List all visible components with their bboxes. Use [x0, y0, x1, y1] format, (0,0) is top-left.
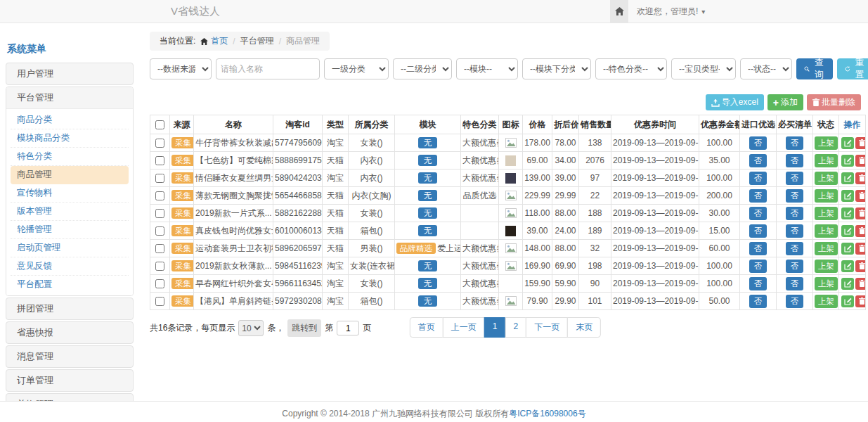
filter-module-select[interactable]: --模块-- — [456, 58, 518, 79]
import-select-toggle[interactable]: 否 — [749, 277, 767, 290]
sidebar-item[interactable]: 特色分类 — [11, 148, 129, 166]
filter-module-sub-select[interactable]: --模块下分类-- — [522, 58, 591, 79]
must-buy-toggle[interactable]: 否 — [786, 136, 804, 150]
row-checkbox[interactable] — [155, 226, 164, 236]
sidebar-item[interactable]: 启动页管理 — [11, 239, 129, 257]
delete-button[interactable] — [855, 172, 866, 184]
edit-button[interactable] — [841, 243, 854, 255]
delete-button[interactable] — [855, 295, 866, 307]
must-buy-toggle[interactable]: 否 — [786, 260, 804, 273]
filter-data-source-select[interactable]: --数据来源-- — [150, 58, 212, 79]
edit-button[interactable] — [841, 155, 854, 167]
page-button[interactable]: 下一页 — [526, 317, 568, 338]
breadcrumb-section[interactable]: 平台管理 — [240, 35, 274, 47]
import-select-toggle[interactable]: 否 — [749, 295, 767, 308]
filter-category-l2-select[interactable]: --二级分类-- — [393, 58, 452, 79]
row-checkbox[interactable] — [155, 139, 164, 148]
must-buy-toggle[interactable]: 否 — [786, 154, 804, 167]
must-buy-toggle[interactable]: 否 — [786, 277, 804, 290]
status-button[interactable]: 上架 — [815, 189, 838, 203]
row-checkbox[interactable] — [155, 244, 164, 253]
sidebar-panel[interactable]: 平台管理 — [6, 87, 133, 109]
import-select-toggle[interactable]: 否 — [749, 260, 767, 273]
row-checkbox[interactable] — [155, 191, 164, 200]
status-button[interactable]: 上架 — [815, 154, 838, 167]
row-checkbox[interactable] — [155, 209, 164, 218]
jump-page-input[interactable] — [337, 321, 359, 335]
breadcrumb-home-link[interactable]: 首页 — [200, 35, 228, 47]
filter-category-l1-select[interactable]: 一级分类 — [324, 58, 389, 79]
import-select-toggle[interactable]: 否 — [749, 154, 767, 167]
edit-button[interactable] — [841, 278, 854, 290]
sidebar-item[interactable]: 版本管理 — [11, 203, 129, 221]
sidebar-panel[interactable]: 省惠快报 — [6, 322, 133, 343]
import-select-toggle[interactable]: 否 — [749, 224, 767, 238]
page-button[interactable]: 2 — [505, 317, 527, 338]
edit-button[interactable] — [841, 190, 854, 202]
row-checkbox[interactable] — [155, 297, 164, 306]
edit-button[interactable] — [841, 137, 854, 149]
sidebar-panel[interactable]: 消息管理 — [6, 346, 133, 367]
filter-item-type-select[interactable]: --宝贝类型-- — [671, 58, 736, 79]
must-buy-toggle[interactable]: 否 — [786, 242, 804, 255]
select-all-checkbox[interactable] — [155, 120, 164, 129]
delete-button[interactable] — [855, 155, 866, 167]
edit-button[interactable] — [841, 295, 854, 307]
status-button[interactable]: 上架 — [815, 295, 838, 308]
status-button[interactable]: 上架 — [815, 136, 838, 150]
row-checkbox[interactable] — [155, 262, 164, 271]
import-select-toggle[interactable]: 否 — [749, 189, 767, 203]
import-select-toggle[interactable]: 否 — [749, 172, 767, 185]
import-excel-button[interactable]: 导入excel — [706, 94, 764, 110]
status-button[interactable]: 上架 — [815, 260, 838, 273]
per-page-select[interactable]: 10 — [238, 320, 264, 336]
status-button[interactable]: 上架 — [815, 172, 838, 185]
status-button[interactable]: 上架 — [815, 277, 838, 290]
edit-button[interactable] — [841, 225, 854, 237]
delete-button[interactable] — [855, 207, 866, 219]
jump-button[interactable]: 跳转到 — [287, 319, 321, 337]
row-checkbox[interactable] — [155, 156, 164, 165]
filter-status-select[interactable]: --状态-- — [740, 58, 792, 79]
filter-name-input[interactable] — [216, 58, 320, 79]
add-button[interactable]: + 添加 — [767, 94, 803, 110]
sidebar-panel[interactable]: 拼团管理 — [6, 298, 133, 319]
delete-button[interactable] — [855, 137, 866, 149]
sidebar-panel[interactable]: 用户管理 — [6, 63, 133, 84]
sidebar-item[interactable]: 商品管理 — [11, 166, 129, 184]
edit-button[interactable] — [841, 260, 854, 272]
icp-link[interactable]: 粤ICP备16098006号 — [509, 409, 585, 418]
sidebar-item[interactable]: 意见反馈 — [11, 257, 129, 276]
home-button[interactable] — [610, 0, 628, 23]
delete-button[interactable] — [855, 225, 866, 237]
sidebar-panel[interactable]: 订单管理 — [6, 370, 133, 391]
row-checkbox[interactable] — [155, 174, 164, 183]
status-button[interactable]: 上架 — [815, 207, 838, 220]
edit-button[interactable] — [841, 207, 854, 219]
page-button[interactable]: 末页 — [567, 317, 601, 338]
import-select-toggle[interactable]: 否 — [749, 242, 767, 255]
delete-button[interactable] — [855, 278, 866, 290]
sidebar-item[interactable]: 商品分类 — [11, 111, 129, 129]
page-button[interactable]: 上一页 — [443, 317, 485, 338]
filter-feature-select[interactable]: --特色分类-- — [595, 58, 667, 79]
must-buy-toggle[interactable]: 否 — [786, 295, 804, 308]
delete-button[interactable] — [855, 190, 866, 202]
import-select-toggle[interactable]: 否 — [749, 136, 767, 150]
edit-button[interactable] — [841, 172, 854, 184]
search-button[interactable]: 查询 — [796, 58, 833, 79]
delete-button[interactable] — [855, 260, 866, 272]
page-button[interactable]: 1 — [484, 317, 506, 338]
sidebar-item[interactable]: 宣传物料 — [11, 184, 129, 203]
import-select-toggle[interactable]: 否 — [749, 207, 767, 220]
sidebar-item[interactable]: 模块商品分类 — [11, 129, 129, 148]
must-buy-toggle[interactable]: 否 — [786, 189, 804, 203]
sidebar-item[interactable]: 平台配置 — [11, 276, 129, 293]
must-buy-toggle[interactable]: 否 — [786, 224, 804, 238]
user-menu[interactable]: 欢迎您，管理员! ▾ — [637, 0, 705, 23]
delete-button[interactable] — [855, 243, 866, 255]
row-checkbox[interactable] — [155, 279, 164, 288]
status-button[interactable]: 上架 — [815, 224, 838, 238]
status-button[interactable]: 上架 — [815, 242, 838, 255]
reset-button[interactable]: 重置 — [837, 58, 868, 79]
